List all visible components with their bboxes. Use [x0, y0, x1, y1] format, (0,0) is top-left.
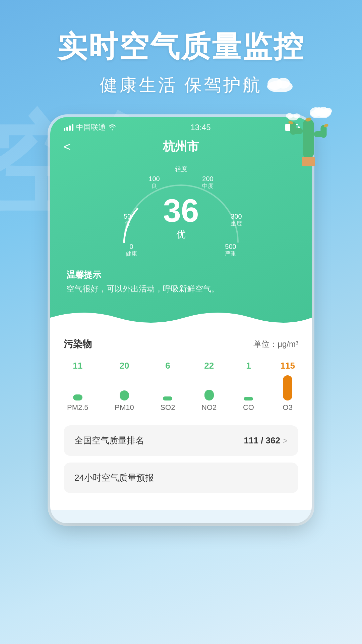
- svg-text:500: 500: [225, 243, 236, 250]
- svg-point-2: [277, 78, 290, 89]
- pm25-bar: [73, 394, 82, 400]
- o3-bar: [283, 375, 292, 400]
- pm10-label: PM10: [115, 403, 134, 412]
- cactus-decoration: [282, 101, 335, 168]
- svg-point-17: [323, 108, 332, 114]
- o3-value: 115: [281, 361, 295, 371]
- pollutant-no2: 22 NO2: [201, 361, 217, 412]
- no2-bar: [204, 390, 214, 400]
- pollutants-header: 污染物 单位：μg/m³: [64, 338, 298, 351]
- gauge-wrapper: 轻度 200 中度 300 重度 500 严重 100 良 50 优 0 健康 …: [111, 165, 251, 259]
- no2-value: 22: [204, 361, 214, 371]
- warm-tip-content: 空气很好，可以外出活动，呼吸新鲜空气。: [66, 283, 296, 294]
- svg-text:0: 0: [129, 243, 133, 250]
- co-bar: [244, 397, 253, 400]
- pollutant-o3: 115 O3: [281, 361, 295, 412]
- green-section: 中国联通 13:45 < 杭州市: [50, 117, 312, 328]
- warm-tip: 温馨提示 空气很好，可以外出活动，呼吸新鲜空气。: [50, 269, 312, 308]
- svg-point-16: [314, 107, 324, 115]
- svg-text:良: 良: [152, 183, 157, 189]
- svg-text:300: 300: [231, 213, 242, 220]
- pm10-value: 20: [120, 361, 129, 371]
- aqi-value: 36: [163, 195, 199, 227]
- co-label: CO: [243, 403, 254, 412]
- svg-text:优: 优: [125, 220, 130, 227]
- status-bar: 中国联通 13:45: [50, 117, 312, 135]
- svg-point-19: [286, 113, 293, 118]
- svg-text:100: 100: [148, 175, 160, 182]
- svg-text:50: 50: [124, 213, 131, 220]
- cloud-decoration-1: [265, 74, 295, 92]
- carrier-name: 中国联通: [76, 122, 106, 132]
- hero-subtitle: 健康生活 保驾护航: [0, 73, 362, 97]
- svg-rect-14: [302, 157, 315, 166]
- pm10-bar: [120, 390, 129, 400]
- white-section: 污染物 单位：μg/m³ 11 PM2.5 20 PM10: [50, 328, 312, 510]
- so2-bar: [163, 396, 172, 400]
- signal-icon: [64, 124, 73, 131]
- pollutant-co: 1 CO: [243, 361, 254, 412]
- city-name: 杭州市: [163, 139, 199, 155]
- no2-label: NO2: [201, 403, 217, 412]
- pollutant-so2: 6 SO2: [160, 361, 175, 412]
- status-left: 中国联通: [64, 122, 116, 132]
- pollutants-grid: 11 PM2.5 20 PM10 6 SO2: [64, 361, 298, 412]
- so2-label: SO2: [160, 403, 175, 412]
- ranking-label: 全国空气质量排名: [74, 435, 144, 446]
- svg-text:健康: 健康: [126, 251, 137, 257]
- svg-text:严重: 严重: [225, 251, 236, 257]
- forecast-label: 24小时空气质量预报: [74, 473, 154, 483]
- ranking-value: 111 / 362: [244, 435, 280, 446]
- wave-divider: [50, 308, 312, 328]
- gauge-container: 轻度 200 中度 300 重度 500 严重 100 良 50 优 0 健康 …: [50, 162, 312, 269]
- svg-text:轻度: 轻度: [175, 166, 187, 172]
- phone-card: 中国联通 13:45 < 杭州市: [50, 117, 312, 523]
- hero-title: 实时空气质量监控: [0, 0, 362, 67]
- pollutants-unit: 单位：μg/m³: [253, 339, 298, 350]
- wifi-icon: [108, 124, 116, 130]
- back-button[interactable]: <: [64, 140, 71, 154]
- so2-value: 6: [165, 361, 170, 371]
- forecast-card[interactable]: 24小时空气质量预报: [64, 463, 298, 493]
- svg-rect-6: [303, 119, 314, 159]
- pollutant-pm10: 20 PM10: [115, 361, 134, 412]
- o3-label: O3: [283, 403, 293, 412]
- svg-text:中度: 中度: [202, 183, 214, 189]
- pm25-label: PM2.5: [67, 403, 88, 412]
- ranking-arrow: >: [283, 436, 288, 445]
- ranking-card[interactable]: 全国空气质量排名 111 / 362 >: [64, 425, 298, 456]
- top-nav: < 杭州市: [50, 135, 312, 162]
- warm-tip-title: 温馨提示: [66, 269, 296, 281]
- svg-point-20: [293, 113, 300, 118]
- svg-text:200: 200: [202, 175, 213, 182]
- co-value: 1: [246, 361, 251, 371]
- svg-text:重度: 重度: [231, 220, 242, 227]
- pollutants-title: 污染物: [64, 338, 92, 351]
- status-time: 13:45: [190, 123, 210, 132]
- pm25-value: 11: [73, 361, 82, 371]
- pollutant-pm25: 11 PM2.5: [67, 361, 88, 412]
- gauge-center: 36 优: [163, 195, 199, 241]
- aqi-label: 优: [163, 228, 199, 241]
